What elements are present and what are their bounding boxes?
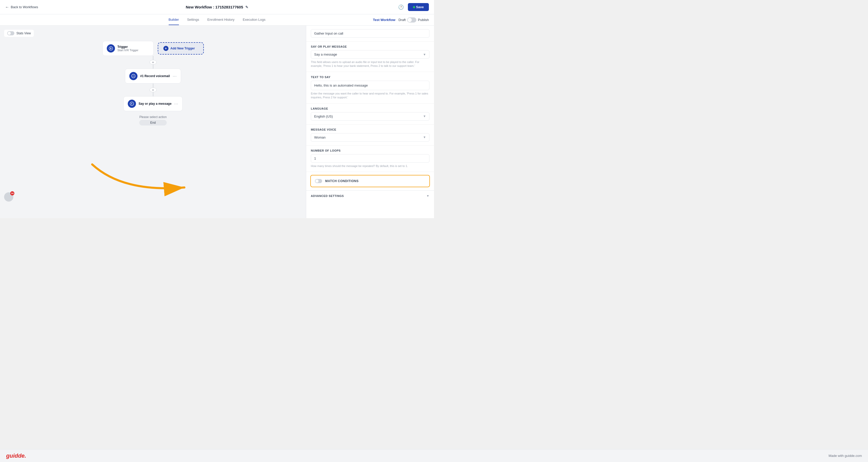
- notification-badge[interactable]: 34: [4, 192, 13, 202]
- tab-settings[interactable]: Settings: [187, 14, 199, 25]
- say-play-node[interactable]: Say or play a message ⋯: [123, 96, 183, 111]
- say-message-helper: This field allows users to upload an aud…: [311, 60, 429, 68]
- trigger-icon: [107, 44, 115, 53]
- vertical-line-2: [153, 65, 153, 69]
- workflow-title: New Workflow : 1715283177605 ✎: [186, 5, 248, 9]
- stats-toggle-switch[interactable]: [7, 31, 14, 35]
- say-play-text: Say or play a message: [138, 102, 172, 105]
- draft-toggle-group: Draft Publish: [398, 18, 429, 23]
- tab-builder[interactable]: Builder: [168, 14, 179, 25]
- vertical-line-3: [153, 84, 153, 88]
- gather-input-field[interactable]: Gather Input on call: [311, 29, 429, 38]
- vertical-line-1: [153, 56, 153, 60]
- trigger-row: Trigger Start IVR Trigger + Add New Trig…: [102, 41, 204, 56]
- say-play-section-label: Say Or Play Message: [311, 45, 429, 48]
- text-to-say-field[interactable]: Hello, this is an automated message: [311, 81, 429, 90]
- test-workflow-button[interactable]: Test Workflow: [373, 18, 396, 22]
- stats-view-label: Stats View: [17, 31, 31, 35]
- say-play-more-button[interactable]: ⋯: [174, 101, 178, 106]
- say-message-dropdown[interactable]: Say a message ▼: [311, 50, 429, 59]
- back-label: Back to Workflows: [11, 5, 38, 9]
- tab-bar-right: Test Workflow Draft Publish: [373, 18, 429, 23]
- save-dot: [413, 6, 415, 8]
- tab-bar: Builder Settings Enrollment History Exec…: [0, 14, 434, 26]
- back-arrow-icon: ←: [5, 5, 9, 9]
- text-to-say-value: Hello, this is an automated message: [314, 84, 368, 87]
- draft-label: Draft: [398, 18, 406, 22]
- language-label: Language: [311, 107, 429, 110]
- loops-value: 1: [314, 156, 316, 160]
- voicemail-more-button[interactable]: ⋯: [173, 74, 177, 79]
- tab-builder-label: Builder: [168, 18, 179, 22]
- svg-point-1: [132, 74, 135, 78]
- please-select-row: Please select action End: [139, 113, 167, 125]
- voicemail-text: #1 Record voicemail: [140, 74, 170, 78]
- record-voicemail-node[interactable]: #1 Record voicemail ⋯: [125, 69, 181, 84]
- say-message-value: Say a message: [314, 53, 337, 56]
- trigger-node[interactable]: Trigger Start IVR Trigger: [102, 41, 154, 56]
- text-to-say-helper: Enter the message you want the caller to…: [311, 92, 429, 100]
- back-button[interactable]: ← Back to Workflows: [5, 5, 38, 9]
- add-node-button-2[interactable]: +: [150, 88, 157, 92]
- plus-icon: +: [163, 46, 168, 51]
- publish-label: Publish: [418, 18, 429, 22]
- tab-execution-label: Execution Logs: [243, 18, 266, 22]
- loops-label: Number Of Loops: [311, 149, 429, 152]
- message-voice-value: Woman: [314, 135, 326, 139]
- tabs-center: Builder Settings Enrollment History Exec…: [168, 14, 266, 25]
- tab-execution-logs[interactable]: Execution Logs: [243, 14, 266, 25]
- say-play-label: Say or play a message: [138, 102, 172, 105]
- connector-2: +: [150, 84, 157, 96]
- arrow-annotation: [72, 152, 213, 203]
- voicemail-label: #1 Record voicemail: [140, 74, 170, 78]
- gather-input-value: Gather Input on call: [314, 31, 343, 35]
- canvas-area[interactable]: Stats View Trigger Start IVR Trigger: [0, 26, 306, 218]
- add-node-button-1[interactable]: +: [150, 60, 157, 65]
- header: ← Back to Workflows New Workflow : 17152…: [0, 0, 434, 14]
- voice-chevron-icon: ▼: [423, 135, 426, 139]
- match-conditions-toggle[interactable]: [315, 179, 322, 183]
- right-panel: Gather Input on call Say Or Play Message…: [306, 26, 434, 218]
- stats-view-toggle[interactable]: Stats View: [4, 30, 34, 37]
- save-button[interactable]: Save: [408, 3, 429, 11]
- trigger-text: Trigger Start IVR Trigger: [118, 45, 138, 52]
- chevron-down-icon: ▼: [423, 53, 426, 56]
- match-conditions-section[interactable]: Match Conditions: [310, 175, 430, 187]
- language-value: English (US): [314, 115, 333, 118]
- tab-settings-label: Settings: [187, 18, 199, 22]
- text-to-say-label: Text To Say: [311, 75, 429, 79]
- please-select-text: Please select action: [139, 115, 167, 119]
- say-play-icon: [128, 100, 136, 108]
- title-text: New Workflow : 1715283177605: [186, 5, 243, 9]
- language-dropdown[interactable]: English (US) ▼: [311, 112, 429, 121]
- language-section: Language English (US) ▼: [306, 103, 434, 124]
- connector-1: +: [150, 56, 157, 69]
- trigger-label: Trigger: [118, 45, 138, 49]
- loops-input[interactable]: 1: [311, 154, 429, 163]
- add-trigger-card[interactable]: + Add New Trigger: [158, 42, 204, 55]
- edit-icon[interactable]: ✎: [245, 5, 248, 9]
- add-trigger-label: Add New Trigger: [170, 47, 195, 50]
- loops-helper: How many times should the message be rep…: [311, 164, 429, 168]
- workflow-area: Trigger Start IVR Trigger + Add New Trig…: [102, 41, 204, 125]
- say-play-section: Say Or Play Message Say a message ▼ This…: [306, 41, 434, 72]
- advanced-chevron-icon: ▼: [426, 194, 429, 198]
- advanced-settings-label: Advanced Settings: [311, 194, 344, 197]
- notification-count: 34: [10, 191, 14, 195]
- message-voice-dropdown[interactable]: Woman ▼: [311, 133, 429, 142]
- match-conditions-label: Match Conditions: [325, 179, 359, 183]
- gather-input-section: Gather Input on call: [306, 26, 434, 41]
- save-label: Save: [416, 5, 424, 9]
- draft-toggle-switch[interactable]: [407, 18, 416, 23]
- end-button[interactable]: End: [139, 120, 167, 125]
- vertical-line-4: [153, 92, 153, 96]
- trigger-sub: Start IVR Trigger: [118, 49, 138, 52]
- advanced-settings-section[interactable]: Advanced Settings ▼: [306, 190, 434, 201]
- message-voice-label: Message Voice: [311, 128, 429, 131]
- loops-section: Number Of Loops 1 How many times should …: [306, 146, 434, 172]
- text-to-say-section: Text To Say Hello, this is an automated …: [306, 72, 434, 103]
- history-icon[interactable]: 🕐: [398, 4, 404, 10]
- message-voice-section: Message Voice Woman ▼: [306, 124, 434, 146]
- tab-enrollment-history[interactable]: Enrollment History: [208, 14, 235, 25]
- header-right: 🕐 Save: [398, 3, 429, 11]
